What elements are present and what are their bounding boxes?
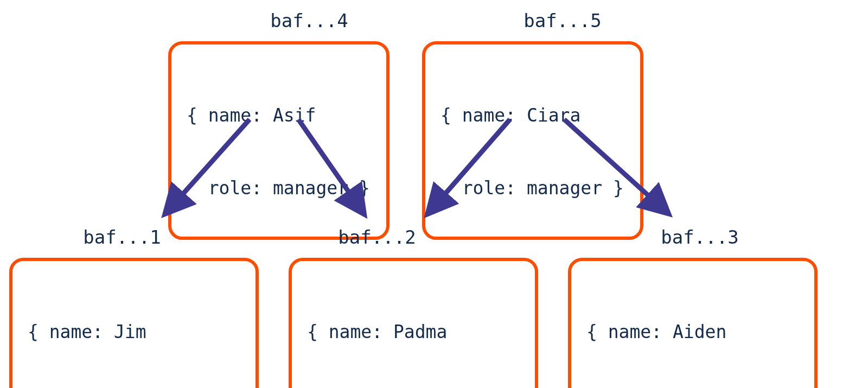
- node-text-line: { name: Jim: [28, 320, 240, 345]
- node-box-padma: { name: Padma role: associate }: [289, 258, 538, 388]
- node-label-baf5: baf...5: [524, 10, 601, 31]
- node-box-aiden: { name: Aiden role: associate }: [568, 258, 818, 388]
- node-label-baf2: baf...2: [338, 226, 416, 248]
- node-text-line: role: manager }: [187, 176, 371, 201]
- node-label-baf4: baf...4: [270, 10, 348, 31]
- node-text-line: { name: Aiden: [586, 320, 799, 345]
- node-label-baf3: baf...3: [661, 226, 738, 248]
- node-box-asif: { name: Asif role: manager }: [168, 41, 390, 240]
- node-text-line: role: manager }: [441, 176, 625, 201]
- node-label-baf1: baf...1: [83, 226, 161, 248]
- node-text-line: { name: Padma: [307, 320, 520, 345]
- node-box-ciara: { name: Ciara role: manager }: [422, 41, 643, 240]
- node-text-line: { name: Ciara: [441, 104, 625, 128]
- node-box-jim: { name: Jim role: associate }: [9, 258, 259, 388]
- node-text-line: { name: Asif: [187, 104, 371, 128]
